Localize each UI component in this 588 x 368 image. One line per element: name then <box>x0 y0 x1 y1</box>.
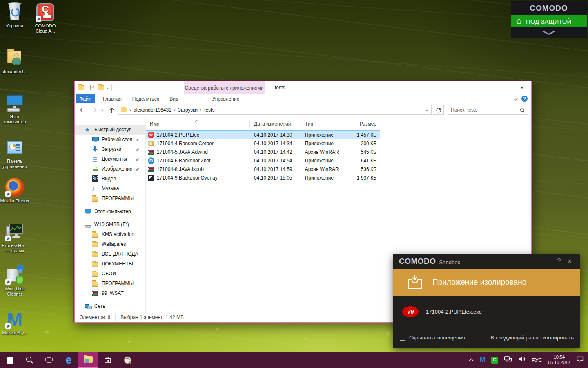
widget-expand-button[interactable] <box>511 27 587 38</box>
tray-expand-button[interactable] <box>468 356 474 364</box>
desktop-icon-control-panel[interactable]: Панель управления <box>0 138 29 169</box>
quick-access-toolbar: ✓ ▾ <box>78 84 112 91</box>
file-row[interactable]: 171004-4.Ransom.Cerber 04.10.2017 14:34 … <box>146 139 380 148</box>
start-button[interactable] <box>0 352 20 368</box>
language-indicator[interactable]: РУС <box>532 357 542 363</box>
sidebar-item-drive-e[interactable]: W10.SMBB (E:) <box>75 220 145 229</box>
sidebar-item-documents[interactable]: Документы <box>75 154 145 164</box>
sidebar-item-network[interactable]: Сеть <box>75 301 145 311</box>
tab-share[interactable]: Поделиться <box>129 94 162 103</box>
refresh-button[interactable] <box>433 105 444 115</box>
maximize-button[interactable] <box>494 81 513 94</box>
action-center-button[interactable] <box>576 356 584 364</box>
sidebar-item-label: Сеть <box>94 303 105 309</box>
isolated-file-link[interactable]: 171004-2.PUP.Elex.exe <box>426 309 482 315</box>
taskbar-edge-button[interactable]: e <box>59 352 78 368</box>
file-icon-winrar <box>148 149 154 155</box>
back-button[interactable] <box>78 105 88 115</box>
up-button[interactable] <box>107 105 116 115</box>
sidebar-item-99-wsat[interactable]: 99_WSAT <box>75 288 145 298</box>
sidebar-item-music[interactable]: ♪ Музыка <box>75 184 145 193</box>
shortcut-arrow-icon: ↗ <box>5 236 11 241</box>
desktop-icon-wise-disk-cleaner[interactable]: ↗ Wise Disk Cleaner <box>0 265 29 297</box>
control-panel-icon <box>5 138 24 157</box>
tab-home[interactable]: Главная <box>99 94 125 103</box>
comodo-widget[interactable]: COMODO ПОД ЗАЩИТОЙ <box>511 1 587 38</box>
file-row[interactable]: m171004-6.Backdoor.Zbot 04.10.2017 14:54… <box>146 156 380 165</box>
desktop-icon-process-hacker[interactable]: ↗ ProcessHa... — ярлык <box>0 222 29 254</box>
sandbox-close-button[interactable]: ✕ <box>565 258 575 265</box>
column-header-type[interactable]: Тип <box>301 120 350 128</box>
desktop-icon-user-folder[interactable]: alexander1... <box>0 48 29 74</box>
new-folder-icon[interactable] <box>98 85 104 90</box>
desktop-icon-this-pc[interactable]: Этот компьютер <box>0 93 29 125</box>
column-header-size[interactable]: Размер <box>350 120 380 128</box>
sidebar-item-this-pc[interactable]: Этот компьютер <box>75 206 145 216</box>
customize-qat-icon[interactable]: ▾ <box>107 86 109 90</box>
column-header-name[interactable]: Имя <box>146 120 250 128</box>
properties-icon[interactable]: ✓ <box>90 85 95 90</box>
sidebar-item-wallapares[interactable]: Wallapares <box>75 239 145 249</box>
column-header-date[interactable]: Дата изменения <box>250 120 301 128</box>
breadcrumb-segment-tests[interactable]: tests <box>204 107 214 113</box>
recent-locations-button[interactable] <box>99 105 106 115</box>
explorer-titlebar[interactable]: ✓ ▾ Средства работы с приложениями tests… <box>75 81 531 94</box>
tab-file[interactable]: Файл <box>76 94 95 103</box>
sidebar-item-programmy-e[interactable]: ПРОГРАММЫ <box>75 278 145 288</box>
malwarebytes-icon: M ↗ <box>5 310 24 329</box>
network-tray-icon[interactable] <box>504 356 512 364</box>
desktop-icon-firefox[interactable]: ↗ Mozilla Firefox <box>0 177 29 204</box>
tab-manage[interactable]: Управление <box>205 94 246 103</box>
sidebar-item-oboi[interactable]: ОБОИ <box>75 269 145 278</box>
sidebar-item-videos[interactable]: Видео <box>75 174 145 184</box>
task-view-button[interactable] <box>39 352 59 368</box>
desktop-icon-malwarebytes[interactable]: M ↗ Malwareby... <box>0 310 29 336</box>
sidebar-item-dokumenty[interactable]: ДОКУМЕНТЫ <box>75 259 145 269</box>
file-row[interactable]: 171004-8.JAVA.Ispob 04.10.2017 14:59 Арх… <box>146 165 380 173</box>
tab-view[interactable]: Вид <box>165 94 183 103</box>
file-row[interactable]: 171004-5.JAVA.Adwind 04.10.2017 14:42 Ар… <box>146 148 380 156</box>
sidebar-item-desktop[interactable]: Рабочий стол <box>75 135 145 144</box>
close-button[interactable]: ✕ <box>513 81 531 94</box>
malwarebytes-tray-icon[interactable]: M <box>480 356 486 364</box>
taskbar-store-button[interactable] <box>98 352 118 368</box>
address-box[interactable]: › alexander196431 › Загрузки › tests <box>118 105 432 115</box>
dont-isolate-link[interactable]: В следующий раз не изолировать <box>490 334 574 341</box>
sidebar-item-downloads[interactable]: Загрузки <box>75 144 145 154</box>
clock[interactable]: 10:54 05.10.2017 <box>548 355 570 365</box>
ribbon-collapse-button[interactable] <box>513 96 518 102</box>
sidebar-item-quick-access[interactable]: ★ Быстрый доступ <box>75 125 145 135</box>
comodo-protection-status[interactable]: ПОД ЗАЩИТОЙ <box>511 15 587 27</box>
file-row-selected[interactable]: v9171004-2.PUP.Elex 04.10.2017 14:30 При… <box>146 130 380 139</box>
taskbar-explorer-button[interactable] <box>78 352 98 368</box>
sandbox-help-button[interactable]: ? <box>553 257 565 265</box>
arrow-left-icon <box>80 107 86 113</box>
forward-button[interactable] <box>89 105 98 115</box>
store-bag-icon <box>104 356 112 364</box>
hide-alerts-checkbox[interactable] <box>400 335 405 341</box>
minimize-button[interactable] <box>476 81 494 94</box>
sidebar-item-vse-dlya-noda[interactable]: ВСЕ ДЛЯ НОДА <box>75 249 145 259</box>
search-input[interactable] <box>451 107 520 113</box>
search-icon[interactable] <box>520 108 525 113</box>
breadcrumb-segment-user[interactable]: alexander196431 <box>134 107 172 113</box>
help-button[interactable]: ? <box>521 96 528 102</box>
volume-tray-icon[interactable] <box>518 356 526 364</box>
desktop-icon-comodo-cloud[interactable]: C ↗ COMODO Cloud A... <box>31 2 60 34</box>
file-row[interactable]: 171004-9.Backdoor.Overlay 04.10.2017 15:… <box>146 173 380 182</box>
taskbar-search-button[interactable] <box>20 352 39 368</box>
desktop-icon-label: Malwareby... <box>0 330 29 336</box>
folder-icon <box>92 282 98 287</box>
desktop-icon-recycle-bin[interactable]: Корзина <box>0 2 29 29</box>
sidebar-item-pictures[interactable]: Изображения <box>75 164 145 174</box>
taskbar-paint-button[interactable] <box>118 352 137 368</box>
folder-icon <box>92 233 98 238</box>
sidebar-item-programs[interactable]: ПРОГРАММЫ <box>75 193 145 203</box>
ribbon-context-tab[interactable]: Средства работы с приложениями <box>184 81 265 94</box>
sidebar-item-kms-activation[interactable]: KMS activation <box>75 229 145 239</box>
edge-icon: e <box>65 355 71 366</box>
breadcrumb-segment-downloads[interactable]: Загрузки <box>178 107 198 113</box>
search-box[interactable] <box>448 105 528 115</box>
address-dropdown-icon[interactable] <box>425 109 429 112</box>
comodo-tray-icon[interactable]: C <box>491 357 498 364</box>
